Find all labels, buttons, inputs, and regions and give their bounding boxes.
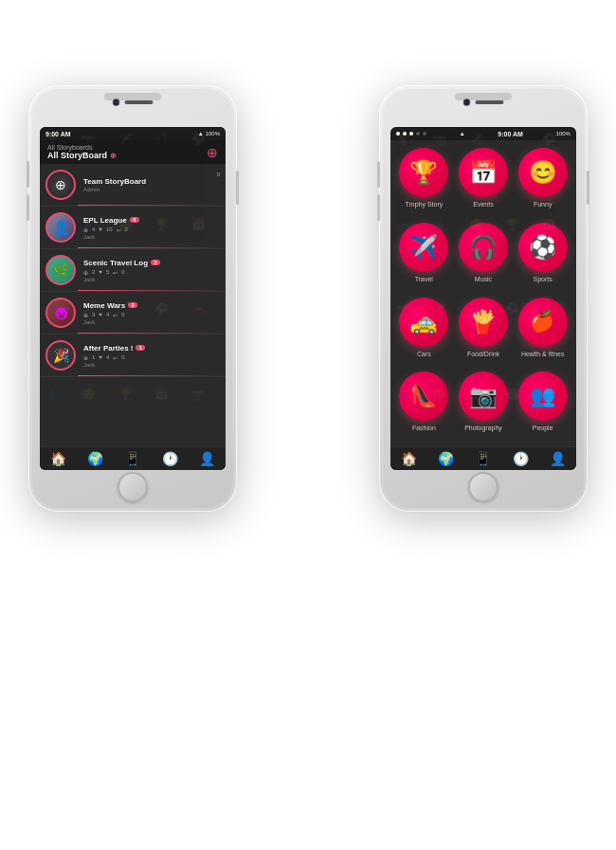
volume-up-btn	[27, 161, 29, 188]
battery-right: 100%	[556, 131, 571, 136]
time-right: 9:00 AM	[498, 131, 523, 137]
cat-circle-food: 🍟	[459, 298, 508, 347]
right-volume-down	[377, 194, 380, 221]
story-actions-epl: ⊕ 4 ♥ 10 ↩ 2	[83, 226, 220, 233]
story-author-party: Jack	[83, 362, 220, 368]
story-info-party: After Parties ! 1 ⊕ 1 ♥ 4 ↩ 0	[83, 344, 220, 368]
cat-sports[interactable]: ⚽ Sports	[516, 223, 569, 290]
nav-clock-left[interactable]: 🕐	[162, 451, 178, 466]
fashion-icon: 👠	[409, 383, 438, 409]
action-bar-travel	[78, 290, 226, 291]
cat-circle-events: 📅	[459, 148, 508, 197]
travel-icon: ✈️	[409, 234, 438, 261]
story-info-team: Team StoryBoard Admin	[83, 177, 220, 192]
cat-funny[interactable]: 😊 Funny	[516, 148, 569, 215]
nav-globe-right[interactable]: 🌍	[438, 451, 454, 466]
avatar-epl: 👤	[45, 212, 76, 243]
screen-header: All Storyboards All StoryBoard ⊕ ⊕	[40, 140, 226, 164]
story-info-travel: Scenic Travel Log 2 ⊕ 2 ♥ 5 ↩ 0	[83, 259, 220, 282]
left-screen: 🏆📷✈️🎵⚽ 🚗👗😊🏆📅 📷✈️🎵⚽🚗 👗😊🏆📅📷 9:00 AM ▲ 100%	[40, 127, 226, 470]
trophy-icon: 🏆	[409, 159, 438, 186]
cat-label-fashion: Fashion	[412, 425, 436, 431]
story-author-meme: Jack	[83, 319, 220, 325]
speaker	[125, 100, 154, 104]
right-speaker	[476, 100, 504, 104]
cat-health[interactable]: 🍎 Health & fitnes	[516, 298, 569, 365]
add-icon-epl: ⊕	[83, 226, 88, 233]
left-phone: 🏆📷✈️🎵⚽ 🚗👗😊🏆📅 📷✈️🎵⚽🚗 👗😊🏆📅📷 9:00 AM ▲ 100%	[28, 85, 237, 512]
share-icon-meme: ↩	[113, 312, 118, 318]
cat-label-cars: Cars	[417, 351, 431, 357]
screen-title: All StoryBoard ⊕	[47, 151, 117, 160]
story-item-team[interactable]: ⊕ Team StoryBoard Admin 0	[40, 164, 226, 207]
cat-label-events: Events	[473, 201, 493, 208]
categories-screen: 🏆📷✈️🎵⚽ 🚗👗😊🏆📅 📷✈️🎵⚽🚗 👗😊🏆📅📷 ▲ 9:00 A	[390, 127, 576, 470]
action-bar-meme	[78, 333, 226, 334]
signal-dots	[396, 132, 426, 136]
food-icon: 🍟	[469, 309, 498, 335]
badge-meme: 3	[128, 302, 137, 308]
nav-phone-left[interactable]: 📱	[124, 451, 140, 466]
volume-down-btn	[27, 194, 29, 221]
add-icon-travel: ⊕	[83, 269, 88, 276]
like-icon-meme: ♥	[99, 312, 102, 317]
story-name-epl: EPL League 4	[83, 216, 220, 225]
cat-label-travel: Travel	[415, 276, 433, 282]
add-story-btn[interactable]: ⊕	[207, 145, 218, 160]
story-item-party[interactable]: 🎉 After Parties ! 1 ⊕ 1 ♥ 4	[40, 335, 226, 377]
nav-globe-left[interactable]: 🌍	[87, 451, 103, 466]
wifi-right: ▲	[460, 131, 465, 136]
like-icon-travel: ♥	[99, 269, 102, 275]
cat-circle-fashion: 👠	[399, 371, 448, 421]
cat-events[interactable]: 📅 Events	[458, 148, 510, 215]
story-author-epl: Jack	[83, 234, 220, 240]
cat-cars[interactable]: 🚕 Cars	[398, 298, 450, 365]
bottom-nav-right: 🏠 🌍 📱 🕐 👤	[390, 446, 576, 470]
right-camera-area	[463, 99, 504, 106]
cars-icon: 🚕	[409, 309, 438, 335]
story-name-team: Team StoryBoard	[83, 177, 220, 186]
nav-phone-right[interactable]: 📱	[475, 451, 491, 466]
cat-circle-music: 🎧	[459, 223, 508, 272]
cat-trophy[interactable]: 🏆 Trophy Story	[398, 148, 450, 215]
right-power-btn	[587, 171, 589, 205]
story-count-team: 0	[217, 172, 220, 177]
cat-people[interactable]: 👥 People	[516, 371, 569, 439]
home-button-right[interactable]	[468, 472, 498, 502]
story-item-meme[interactable]: 😈 Meme Wars 3 ⊕ 3 ♥ 4	[40, 292, 226, 335]
story-name-meme: Meme Wars 3	[83, 301, 220, 310]
cat-music[interactable]: 🎧 Music	[458, 223, 510, 290]
cat-label-people: People	[533, 425, 553, 431]
nav-home-right[interactable]: 🏠	[401, 451, 417, 466]
right-phone: 🏆📷✈️🎵⚽ 🚗👗😊🏆📅 📷✈️🎵⚽🚗 👗😊🏆📅📷 ▲ 9:00 A	[379, 85, 588, 512]
cat-food[interactable]: 🍟 Food/Drink	[458, 298, 510, 365]
nav-clock-right[interactable]: 🕐	[513, 451, 529, 466]
cat-circle-cars: 🚕	[399, 298, 448, 347]
cat-fashion[interactable]: 👠 Fashion	[398, 371, 450, 439]
story-author-team: Admin	[83, 187, 220, 192]
nav-user-right[interactable]: 👤	[550, 451, 566, 466]
health-icon: 🍎	[530, 310, 555, 335]
story-item-travel[interactable]: 🌿 Scenic Travel Log 2 ⊕ 2 ♥ 5	[40, 249, 226, 292]
camera-area	[113, 99, 154, 106]
cat-travel[interactable]: ✈️ Travel	[398, 223, 450, 290]
nav-home-left[interactable]: 🏠	[50, 451, 66, 466]
story-actions-meme: ⊕ 3 ♥ 4 ↩ 0	[83, 312, 220, 318]
home-button-left[interactable]	[118, 472, 148, 502]
people-icon: 👥	[530, 384, 555, 408]
story-item-epl[interactable]: 👤 EPL League 4 ⊕ 4 ♥ 10	[40, 207, 226, 249]
battery-icon: 100%	[206, 131, 220, 136]
avatar-team: ⊕	[45, 170, 76, 200]
story-actions-travel: ⊕ 2 ♥ 5 ↩ 0	[83, 269, 220, 276]
cat-photography[interactable]: 📷 Photography	[458, 371, 510, 439]
action-bar-epl	[78, 247, 226, 248]
power-btn	[236, 171, 239, 205]
avatar-travel: 🌿	[45, 255, 76, 285]
story-list: ⊕ Team StoryBoard Admin 0	[40, 164, 226, 446]
add-icon-party: ⊕	[83, 354, 88, 361]
right-volume-up	[377, 161, 380, 188]
story-name-travel: Scenic Travel Log 2	[83, 259, 220, 267]
all-storyboards-label: All Storyboards	[47, 144, 117, 151]
nav-user-left[interactable]: 👤	[199, 451, 215, 466]
avatar-meme: 😈	[45, 298, 76, 328]
